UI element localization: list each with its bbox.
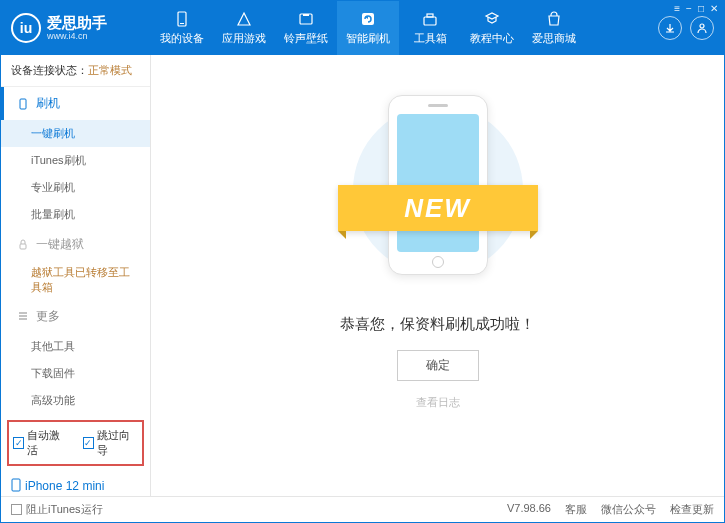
nav-apps-games[interactable]: 应用游戏 <box>213 1 275 55</box>
phone-screen-icon <box>397 114 479 252</box>
phone-illustration: NEW <box>348 85 528 295</box>
svg-rect-5 <box>424 17 436 25</box>
window-controls: ≡ − □ ✕ <box>674 3 718 14</box>
sidebar-item-itunes-flash[interactable]: iTunes刷机 <box>1 147 150 174</box>
checkmark-icon: ✓ <box>13 437 24 449</box>
check-update-link[interactable]: 检查更新 <box>670 502 714 517</box>
wechat-link[interactable]: 微信公众号 <box>601 502 656 517</box>
header: ≡ − □ ✕ iu 爱思助手 www.i4.cn 我的设备 应用游戏 铃声壁纸 <box>1 1 724 55</box>
sidebar-item-advanced[interactable]: 高级功能 <box>1 387 150 414</box>
checkmark-icon: ✓ <box>83 437 94 449</box>
phone-icon <box>16 97 30 111</box>
maximize-icon[interactable]: □ <box>698 3 704 14</box>
checkbox-label: 阻止iTunes运行 <box>26 502 103 517</box>
success-message: 恭喜您，保资料刷机成功啦！ <box>340 315 535 334</box>
footer: 阻止iTunes运行 V7.98.66 客服 微信公众号 检查更新 <box>1 496 724 522</box>
view-log-link[interactable]: 查看日志 <box>416 395 460 410</box>
status-label: 设备连接状态： <box>11 64 88 76</box>
toolbox-icon <box>421 10 439 28</box>
phone-icon <box>11 478 21 495</box>
nav-label: 工具箱 <box>414 31 447 46</box>
sidebar-group-more[interactable]: 更多 <box>1 300 150 333</box>
status-mode: 正常模式 <box>88 64 132 76</box>
nav-tutorials[interactable]: 教程中心 <box>461 1 523 55</box>
nav-label: 我的设备 <box>160 31 204 46</box>
sidebar-item-pro-flash[interactable]: 专业刷机 <box>1 174 150 201</box>
nav-smart-flash[interactable]: 智能刷机 <box>337 1 399 55</box>
svg-rect-3 <box>303 14 309 16</box>
logo-block: iu 爱思助手 www.i4.cn <box>1 1 151 55</box>
nav-label: 铃声壁纸 <box>284 31 328 46</box>
sidebar-item-batch-flash[interactable]: 批量刷机 <box>1 201 150 228</box>
menu-icon <box>16 309 30 323</box>
app-url: www.i4.cn <box>47 31 107 41</box>
phone-speaker-icon <box>428 104 448 107</box>
group-title: 更多 <box>36 308 60 325</box>
app-window: ≡ − □ ✕ iu 爱思助手 www.i4.cn 我的设备 应用游戏 铃声壁纸 <box>0 0 725 523</box>
nav-ringtones[interactable]: 铃声壁纸 <box>275 1 337 55</box>
version-label: V7.98.66 <box>507 502 551 517</box>
nav-label: 应用游戏 <box>222 31 266 46</box>
device-info[interactable]: iPhone 12 mini 64GB Down-12mini-13,1 <box>1 472 150 496</box>
svg-rect-8 <box>20 99 26 109</box>
body: 设备连接状态：正常模式 刷机 一键刷机 iTunes刷机 专业刷机 批量刷机 一… <box>1 55 724 496</box>
close-icon[interactable]: ✕ <box>710 3 718 14</box>
nav-label: 教程中心 <box>470 31 514 46</box>
svg-rect-6 <box>427 14 433 17</box>
footer-right: V7.98.66 客服 微信公众号 检查更新 <box>507 502 714 517</box>
nav-my-device[interactable]: 我的设备 <box>151 1 213 55</box>
device-status: 设备连接状态：正常模式 <box>1 55 150 87</box>
apps-icon <box>235 10 253 28</box>
checkbox-icon <box>11 504 22 515</box>
svg-rect-10 <box>12 479 20 491</box>
settings-icon[interactable]: ≡ <box>674 3 680 14</box>
sidebar-item-download-firmware[interactable]: 下载固件 <box>1 360 150 387</box>
nav-store[interactable]: 爱思商城 <box>523 1 585 55</box>
sidebar-item-other-tools[interactable]: 其他工具 <box>1 333 150 360</box>
app-title: 爱思助手 <box>47 15 107 32</box>
nav-label: 爱思商城 <box>532 31 576 46</box>
device-name: iPhone 12 mini <box>11 478 140 495</box>
tutorial-icon <box>483 10 501 28</box>
top-nav: 我的设备 应用游戏 铃声壁纸 智能刷机 工具箱 教程中心 <box>151 1 648 55</box>
nav-toolbox[interactable]: 工具箱 <box>399 1 461 55</box>
checkbox-skip-guide[interactable]: ✓ 跳过向导 <box>83 428 139 458</box>
checkbox-label: 跳过向导 <box>97 428 138 458</box>
flash-icon <box>359 10 377 28</box>
store-icon <box>545 10 563 28</box>
customer-service-link[interactable]: 客服 <box>565 502 587 517</box>
group-title: 一键越狱 <box>36 236 84 253</box>
sidebar: 设备连接状态：正常模式 刷机 一键刷机 iTunes刷机 专业刷机 批量刷机 一… <box>1 55 151 496</box>
group-title: 刷机 <box>36 95 60 112</box>
device-icon <box>173 10 191 28</box>
svg-point-7 <box>700 24 704 28</box>
jailbreak-note: 越狱工具已转移至工具箱 <box>1 261 150 300</box>
logo-icon: iu <box>11 13 41 43</box>
minimize-icon[interactable]: − <box>686 3 692 14</box>
lock-icon <box>16 238 30 252</box>
checkbox-auto-activate[interactable]: ✓ 自动激活 <box>13 428 69 458</box>
new-banner: NEW <box>338 185 538 231</box>
checkbox-label: 自动激活 <box>27 428 68 458</box>
download-icon[interactable] <box>658 16 682 40</box>
nav-label: 智能刷机 <box>346 31 390 46</box>
checkbox-block-itunes[interactable]: 阻止iTunes运行 <box>11 502 103 517</box>
wallpaper-icon <box>297 10 315 28</box>
phone-home-icon <box>432 256 444 268</box>
user-icon[interactable] <box>690 16 714 40</box>
sidebar-group-jailbreak[interactable]: 一键越狱 <box>1 228 150 261</box>
sidebar-item-oneclick-flash[interactable]: 一键刷机 <box>1 120 150 147</box>
svg-rect-9 <box>20 244 26 249</box>
options-highlight-box: ✓ 自动激活 ✓ 跳过向导 <box>7 420 144 466</box>
ok-button[interactable]: 确定 <box>397 350 479 381</box>
svg-rect-1 <box>180 23 184 24</box>
sidebar-group-flash[interactable]: 刷机 <box>1 87 150 120</box>
main-content: NEW 恭喜您，保资料刷机成功啦！ 确定 查看日志 <box>151 55 724 496</box>
